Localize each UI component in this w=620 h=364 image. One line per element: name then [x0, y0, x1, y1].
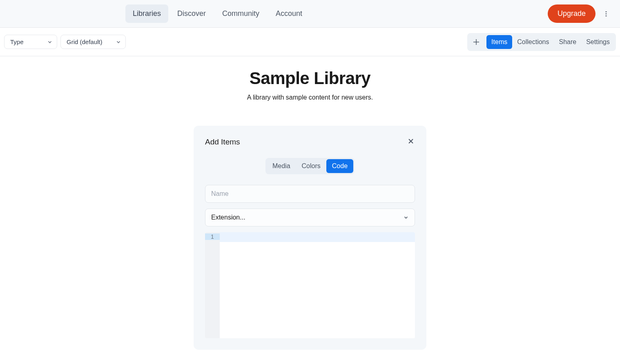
- nav-tab-account[interactable]: Account: [268, 4, 310, 23]
- close-icon: [408, 138, 414, 144]
- code-gutter: 1: [205, 232, 220, 338]
- name-input[interactable]: [205, 185, 415, 203]
- page-title: Sample Library: [250, 69, 370, 88]
- view-filter-label: Grid (default): [67, 38, 103, 45]
- dot-icon: [605, 11, 607, 12]
- toolbar-right: Items Collections Share Settings: [467, 33, 616, 51]
- dot-icon: [605, 13, 607, 14]
- chevron-down-icon: [116, 39, 121, 45]
- view-filter-dropdown[interactable]: Grid (default): [60, 35, 126, 49]
- item-type-tabs: Media Colors Code: [205, 158, 415, 174]
- chevron-down-icon: [403, 215, 409, 220]
- nav-right-group: Upgrade: [548, 4, 612, 23]
- close-button[interactable]: [407, 137, 415, 146]
- tab-items[interactable]: Items: [486, 35, 512, 49]
- upgrade-button[interactable]: Upgrade: [548, 4, 595, 23]
- tab-code[interactable]: Code: [326, 159, 353, 173]
- code-textarea[interactable]: [220, 232, 415, 338]
- page-subtitle: A library with sample content for new us…: [247, 94, 373, 101]
- chevron-down-icon: [47, 39, 53, 45]
- toolbar-left: Type Grid (default): [4, 35, 126, 49]
- code-current-line: [220, 232, 415, 242]
- tab-colors[interactable]: Colors: [296, 159, 326, 173]
- top-nav: Libraries Discover Community Account Upg…: [0, 0, 620, 28]
- tab-collections[interactable]: Collections: [512, 35, 554, 49]
- nav-tab-libraries[interactable]: Libraries: [125, 4, 168, 23]
- nav-tab-discover[interactable]: Discover: [170, 4, 213, 23]
- panel-header: Add Items: [205, 137, 415, 146]
- type-filter-dropdown[interactable]: Type: [4, 35, 57, 49]
- toolbar: Type Grid (default) Items Collections Sh…: [0, 28, 620, 56]
- add-button[interactable]: [468, 34, 484, 50]
- tab-settings[interactable]: Settings: [581, 35, 615, 49]
- more-menu-button[interactable]: [600, 8, 612, 20]
- extension-select[interactable]: Extension...: [205, 209, 415, 226]
- type-filter-label: Type: [10, 38, 24, 45]
- tab-media[interactable]: Media: [267, 159, 296, 173]
- panel-title: Add Items: [205, 138, 240, 146]
- tab-share[interactable]: Share: [554, 35, 581, 49]
- line-number: 1: [205, 233, 220, 240]
- item-type-tab-group: Media Colors Code: [265, 158, 355, 174]
- nav-tabs-group: Libraries Discover Community Account: [125, 4, 310, 23]
- extension-select-label: Extension...: [211, 214, 245, 221]
- main-content: Sample Library A library with sample con…: [0, 56, 620, 362]
- plus-icon: [472, 38, 480, 46]
- code-editor: 1: [205, 232, 415, 338]
- add-items-panel: Add Items Media Colors Code Extension...…: [194, 126, 426, 350]
- nav-tab-community[interactable]: Community: [215, 4, 267, 23]
- dot-icon: [605, 16, 607, 16]
